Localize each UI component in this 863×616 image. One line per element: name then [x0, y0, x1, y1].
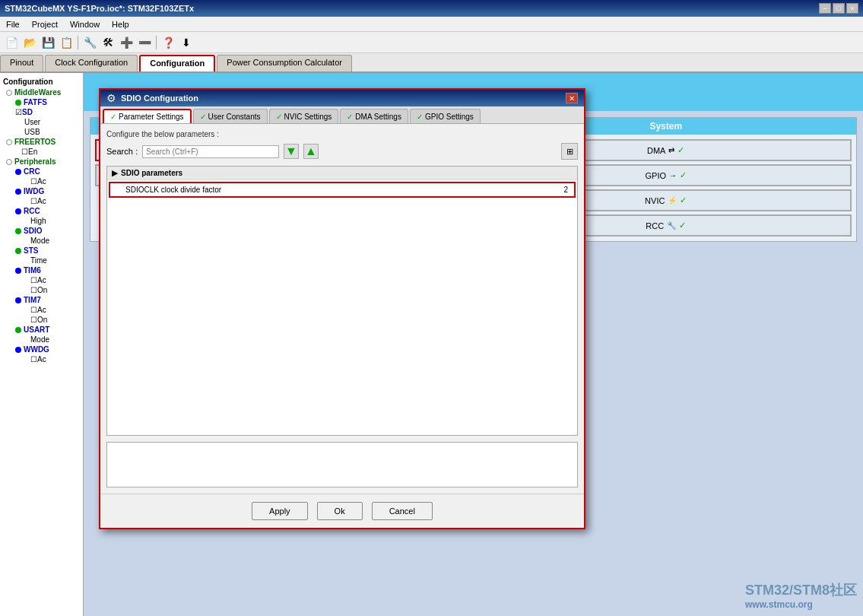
- tim7-on-label: On: [37, 316, 47, 324]
- peripherals-expand: [6, 159, 12, 165]
- toolbar-btn-6[interactable]: 🛠: [100, 34, 116, 51]
- toolbar-btn-7[interactable]: ➕: [118, 34, 135, 51]
- toolbar-btn-10[interactable]: ⬇: [178, 34, 195, 51]
- middlewares-text: MiddleWares: [14, 88, 61, 97]
- menu-window[interactable]: Window: [67, 19, 103, 30]
- dialog-close-button[interactable]: ✕: [566, 93, 578, 103]
- close-button[interactable]: ×: [846, 3, 858, 14]
- toolbar-btn-8[interactable]: ➖: [136, 34, 153, 51]
- sidebar-peripherals-label[interactable]: Peripherals: [5, 157, 83, 167]
- en-checkbox[interactable]: ☐: [21, 148, 28, 156]
- cancel-button[interactable]: Cancel: [372, 502, 433, 520]
- sts-time: Time: [29, 256, 83, 265]
- rcc-high: High: [29, 216, 83, 226]
- peripherals-text: Peripherals: [14, 157, 56, 166]
- tim6-ac-label: Ac: [37, 276, 46, 284]
- freertos-children: ☐En: [20, 147, 83, 157]
- search-next-button[interactable]: ▼: [284, 144, 299, 159]
- right-panel: Connectivity SDIO 🔌 ✓ USART1 ⌨ ✓: [84, 73, 863, 616]
- tab-clock-configuration[interactable]: Clock Configuration: [45, 55, 138, 71]
- sidebar-en[interactable]: ☐En: [20, 147, 83, 157]
- toolbar-new[interactable]: 📄: [3, 34, 20, 51]
- grid-view-button[interactable]: ⊞: [561, 143, 578, 160]
- tab-pinout[interactable]: Pinout: [0, 55, 43, 71]
- iwdg-dot: [15, 189, 21, 195]
- usart-mode: Mode: [29, 335, 83, 345]
- sidebar-usb[interactable]: USB: [23, 127, 83, 137]
- dialog-tabs: ✓ Parameter Settings ✓ User Constants ✓ …: [100, 106, 584, 124]
- usb-label: USB: [24, 128, 40, 136]
- tim6-ac-cb[interactable]: ☐: [30, 276, 37, 284]
- sidebar-user[interactable]: User: [23, 117, 83, 127]
- toolbar: 📄 📂 💾 📋 🔧 🛠 ➕ ➖ ❓ ⬇: [0, 32, 863, 53]
- sd-checkbox[interactable]: ☑: [15, 108, 22, 116]
- menu-file[interactable]: File: [3, 19, 23, 30]
- sidebar-tim6[interactable]: TIM6: [14, 265, 83, 275]
- section-toggle-icon[interactable]: ▶: [112, 169, 118, 177]
- wwdg-ac-cb[interactable]: ☐: [30, 355, 37, 364]
- sidebar-middlewares-label[interactable]: MiddleWares: [5, 87, 83, 97]
- sts-dot: [15, 248, 21, 254]
- param-sdioclk-value[interactable]: 2: [513, 183, 574, 196]
- search-bar: Search : ▼ ▲ ⊞: [106, 143, 578, 160]
- maximize-button[interactable]: □: [833, 3, 845, 14]
- apply-button[interactable]: Apply: [252, 502, 308, 520]
- toolbar-separator-1: [78, 36, 78, 49]
- tim6-on-cb[interactable]: ☐: [30, 286, 37, 294]
- ok-button[interactable]: Ok: [317, 502, 363, 520]
- dialog-title-text: SDIO Configuration: [121, 94, 198, 103]
- param-tab-label: Parameter Settings: [119, 113, 184, 121]
- toolbar-save[interactable]: 💾: [40, 34, 56, 51]
- sidebar-usart[interactable]: USART: [14, 325, 83, 335]
- gpio-tab-label: GPIO Settings: [425, 113, 474, 121]
- tim7-ac-cb[interactable]: ☐: [30, 306, 37, 314]
- toolbar-help[interactable]: ❓: [160, 34, 176, 51]
- sidebar-crc[interactable]: CRC: [14, 167, 83, 176]
- tim7-on: ☐On: [29, 315, 83, 325]
- sdio-mode: Mode: [29, 236, 83, 246]
- search-input[interactable]: [142, 145, 279, 158]
- dialog-overlay: ⚙ SDIO Configuration ✕ ✓ Parameter Setti…: [84, 73, 863, 616]
- tab-dma-settings[interactable]: ✓ DMA Settings: [340, 109, 408, 123]
- sidebar-freertos-label[interactable]: FREERTOS: [5, 137, 83, 147]
- sidebar-tim7[interactable]: TIM7: [14, 295, 83, 305]
- iwdg-label: IWDG: [24, 187, 44, 195]
- dialog-instruction: Configure the below parameters :: [106, 130, 578, 138]
- dma-tab-label: DMA Settings: [355, 113, 401, 121]
- param-row-sdioclk: SDIOCLK clock divide factor 2: [109, 182, 576, 198]
- tab-nvic-settings[interactable]: ✓ NVIC Settings: [269, 109, 339, 123]
- sidebar-sdio[interactable]: SDIO: [14, 226, 83, 236]
- sidebar-sts[interactable]: STS: [14, 246, 83, 256]
- dialog-buttons: Apply Ok Cancel: [100, 494, 584, 528]
- sidebar-middlewares-children: FATFS ☑ SD User USB: [14, 97, 83, 137]
- tab-configuration[interactable]: Configuration: [139, 55, 215, 71]
- en-label: En: [28, 148, 37, 156]
- crc-ac: ☐Ac: [29, 176, 83, 186]
- usart-sub: Mode: [29, 335, 83, 345]
- user-tab-label: User Constants: [208, 113, 261, 121]
- menu-help[interactable]: Help: [109, 19, 132, 30]
- menu-project[interactable]: Project: [29, 19, 61, 30]
- sidebar-fatfs[interactable]: FATFS: [14, 97, 83, 107]
- sidebar-wwdg[interactable]: WWDG: [14, 345, 83, 354]
- tim7-ac: ☐Ac: [29, 305, 83, 315]
- usart-label: USART: [24, 325, 49, 334]
- tab-parameter-settings[interactable]: ✓ Parameter Settings: [103, 109, 192, 123]
- sidebar-iwdg[interactable]: IWDG: [14, 186, 83, 196]
- tab-user-constants[interactable]: ✓ User Constants: [193, 109, 268, 123]
- toolbar-btn-5[interactable]: 🔧: [81, 34, 98, 51]
- minimize-button[interactable]: −: [819, 3, 831, 14]
- iwdg-ac-cb[interactable]: ☐: [30, 197, 37, 205]
- toolbar-saveas[interactable]: 📋: [58, 34, 75, 51]
- crc-ac-cb[interactable]: ☐: [30, 177, 37, 186]
- params-table: ▶ SDIO parameters SDIOCLK clock divide f…: [106, 166, 578, 436]
- sidebar-sd[interactable]: ☑ SD: [14, 107, 83, 117]
- toolbar-open[interactable]: 📂: [21, 34, 38, 51]
- toolbar-separator-2: [156, 36, 157, 49]
- wwdg-ac-label: Ac: [37, 355, 46, 364]
- search-prev-button[interactable]: ▲: [303, 144, 319, 159]
- tab-power-consumption[interactable]: Power Consumption Calculator: [217, 55, 352, 71]
- tim7-on-cb[interactable]: ☐: [30, 316, 37, 324]
- sidebar-rcc[interactable]: RCC: [14, 206, 83, 216]
- tab-gpio-settings[interactable]: ✓ GPIO Settings: [410, 109, 481, 123]
